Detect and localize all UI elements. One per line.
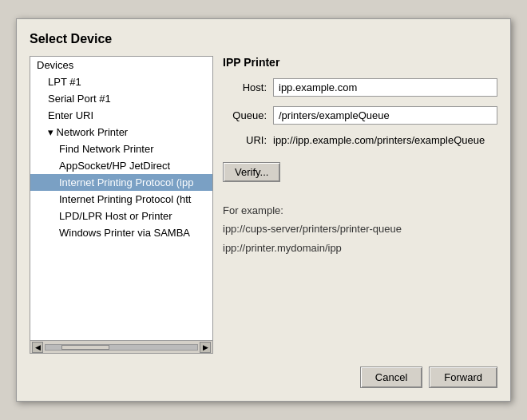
ipp-printer-title: IPP Printer (223, 56, 497, 69)
host-label: Host: (223, 81, 267, 93)
forward-button[interactable]: Forward (429, 367, 497, 388)
verify-button-row: Verify... (223, 159, 497, 182)
uri-value: ipp://ipp.example.com/printers/exampleQu… (273, 134, 485, 146)
cancel-button[interactable]: Cancel (360, 367, 422, 388)
dialog-footer: Cancel Forward (30, 367, 497, 388)
horizontal-scrollbar[interactable]: ◀ ▶ (30, 340, 212, 353)
devices-panel: Devices LPT #1 Serial Port #1 Enter URI … (30, 56, 213, 354)
sidebar-item-ipp[interactable]: Internet Printing Protocol (ipp (30, 174, 212, 191)
verify-button[interactable]: Verify... (223, 162, 280, 182)
host-input[interactable] (273, 78, 497, 97)
devices-category: Devices (30, 57, 212, 73)
scroll-right-arrow[interactable]: ▶ (200, 342, 211, 353)
sidebar-item-network-printer[interactable]: ▾ Network Printer (30, 124, 212, 141)
uri-row: URI: ipp://ipp.example.com/printers/exam… (223, 134, 497, 146)
sidebar-item-enter-uri[interactable]: Enter URI (30, 107, 212, 124)
dialog-body: Devices LPT #1 Serial Port #1 Enter URI … (30, 56, 497, 354)
select-device-dialog: Select Device Devices LPT #1 Serial Port… (16, 18, 511, 402)
dialog-title: Select Device (30, 32, 497, 46)
ipp-printer-panel: IPP Printer Host: Queue: URI: ipp://ipp.… (223, 56, 497, 354)
sidebar-item-samba[interactable]: Windows Printer via SAMBA (30, 224, 212, 241)
queue-input[interactable] (273, 106, 497, 125)
queue-row: Queue: (223, 106, 497, 125)
scroll-left-arrow[interactable]: ◀ (32, 342, 43, 353)
scroll-track (45, 344, 198, 351)
example-line-1: ipp://cups-server/printers/printer-queue (223, 223, 402, 235)
example-block: For example: ipp://cups-server/printers/… (223, 201, 497, 257)
sidebar-item-http[interactable]: Internet Printing Protocol (htt (30, 191, 212, 208)
host-row: Host: (223, 78, 497, 97)
scroll-thumb (61, 345, 109, 350)
sidebar-item-appsocket[interactable]: AppSocket/HP JetDirect (30, 157, 212, 174)
devices-list: Devices LPT #1 Serial Port #1 Enter URI … (30, 57, 212, 340)
uri-label: URI: (223, 134, 267, 146)
sidebar-item-lpd[interactable]: LPD/LPR Host or Printer (30, 208, 212, 224)
example-label: For example: (223, 204, 283, 216)
sidebar-item-lpt1[interactable]: LPT #1 (30, 73, 212, 90)
example-line-2: ipp://printer.mydomain/ipp (223, 242, 342, 254)
sidebar-item-find-network[interactable]: Find Network Printer (30, 141, 212, 157)
sidebar-item-serial1[interactable]: Serial Port #1 (30, 90, 212, 107)
queue-label: Queue: (223, 109, 267, 121)
